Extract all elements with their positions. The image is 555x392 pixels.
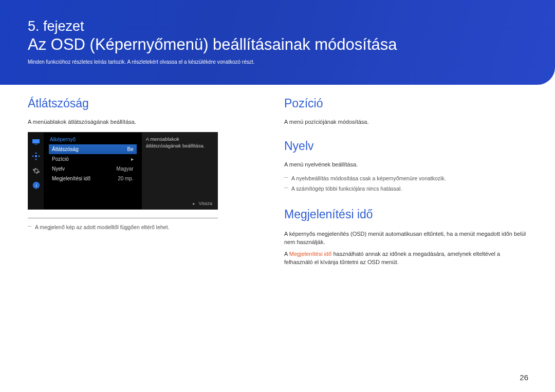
osd-back-label: Vissza [199, 201, 212, 206]
svg-marker-2 [35, 152, 37, 154]
osd-row-label: Nyelv [52, 166, 65, 172]
osd-row-position[interactable]: Pozíció ▸ [49, 154, 137, 164]
section-title-transparency: Átlátszóság [28, 97, 251, 110]
svg-rect-0 [32, 139, 40, 143]
osd-row-value: 20 mp. [118, 176, 134, 181]
section-title-position: Pozíció [284, 97, 527, 110]
chapter-title: Az OSD (Képernyőmenü) beállításainak mód… [28, 35, 527, 54]
svg-rect-6 [35, 155, 37, 157]
note-language-2: A számítógép többi funkciójára nincs hat… [284, 185, 527, 193]
osd-row-label: Megjelenítési idő [52, 176, 90, 181]
osd-row-value: Magyar [116, 166, 133, 172]
info-icon: i [31, 180, 41, 190]
osd-row-value: Be [127, 146, 133, 152]
svg-marker-4 [32, 155, 33, 157]
osd-footer: ◂ Vissza [192, 200, 212, 207]
osd-screenshot: i Alképernyő Átlátszóság Be Pozíció ▸ Ny… [28, 132, 218, 210]
section-display-time: Megjelenítési idő A képernyős megjelenít… [284, 208, 527, 267]
chapter-subtitle: Minden funkcióhoz részletes leírás tarto… [28, 59, 527, 65]
chevron-right-icon: ▸ [131, 156, 134, 162]
move-icon [31, 151, 41, 161]
svg-marker-3 [35, 159, 37, 160]
section-desc-transparency: A menüablakok átlátszóságának beállítása… [28, 119, 251, 125]
gear-icon [31, 165, 41, 176]
footnote-model: A megjelenő kép az adott modelltől függő… [28, 223, 251, 232]
display-time-p1: A képernyős megjelenítés (OSD) menüt aut… [284, 230, 527, 247]
text-span: A [284, 251, 289, 257]
svg-marker-5 [39, 155, 40, 157]
left-column: Átlátszóság A menüablakok átlátszóságána… [28, 97, 251, 281]
svg-rect-1 [34, 144, 38, 144]
osd-menu-list: Alképernyő Átlátszóság Be Pozíció ▸ Nyel… [44, 133, 142, 209]
section-desc-position: A menü pozíciójának módosítása. [284, 119, 527, 125]
osd-row-transparency[interactable]: Átlátszóság Be [49, 144, 137, 154]
section-desc-language: A menü nyelvének beállítása. [284, 161, 527, 167]
display-time-p2: A Megjelenítési idő használható annak az… [284, 250, 527, 267]
osd-description-text: A menüablakok átlátszóságának beállítása… [146, 136, 205, 148]
triangle-left-icon: ◂ [192, 201, 194, 206]
chapter-banner: 5. fejezet Az OSD (Képernyőmenü) beállít… [0, 0, 555, 85]
right-column: Pozíció A menü pozíciójának módosítása. … [284, 97, 527, 281]
divider [28, 218, 218, 218]
chapter-number: 5. fejezet [28, 18, 527, 34]
monitor-icon [31, 137, 41, 147]
osd-description-pane: A menüablakok átlátszóságának beállítása… [142, 133, 217, 209]
osd-sidebar: i [28, 133, 44, 209]
osd-main: Alképernyő Átlátszóság Be Pozíció ▸ Nyel… [44, 133, 217, 209]
note-language-1: A nyelvbeállítás módosítása csak a képer… [284, 175, 527, 183]
osd-row-language[interactable]: Nyelv Magyar [49, 164, 137, 174]
osd-header: Alképernyő [49, 136, 137, 144]
section-title-display-time: Megjelenítési idő [284, 208, 527, 221]
highlight-term: Megjelenítési idő [289, 251, 332, 257]
section-title-language: Nyelv [284, 139, 527, 153]
osd-row-label: Pozíció [52, 156, 69, 162]
page-content: Átlátszóság A menüablakok átlátszóságána… [28, 97, 527, 281]
page-number: 26 [520, 373, 528, 382]
section-language: Nyelv A menü nyelvének beállítása. A nye… [284, 139, 527, 193]
osd-row-display-time[interactable]: Megjelenítési idő 20 mp. [49, 174, 137, 183]
section-position: Pozíció A menü pozíciójának módosítása. [284, 97, 527, 125]
osd-row-label: Átlátszóság [52, 146, 79, 152]
